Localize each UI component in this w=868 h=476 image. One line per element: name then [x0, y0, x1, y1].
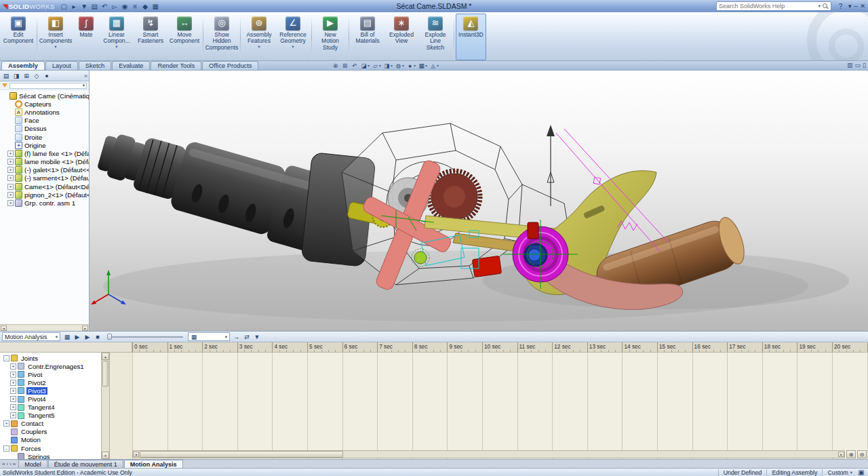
- tab-evaluate[interactable]: Evaluate: [112, 61, 150, 70]
- edit-appearance-icon-caret[interactable]: ▾: [414, 63, 416, 68]
- tree-item-dessus[interactable]: Dessus: [0, 125, 89, 133]
- expander-icon[interactable]: +: [7, 192, 14, 198]
- expander-icon[interactable]: +: [7, 184, 14, 190]
- playback-speed-combo[interactable]: ▦ ▾: [188, 332, 230, 341]
- zoom-in-icon[interactable]: ⊕: [846, 450, 856, 458]
- filter-caret-icon[interactable]: ▾: [83, 83, 85, 88]
- scroll-left-icon[interactable]: ◂: [133, 452, 139, 457]
- print-icon[interactable]: ▤: [90, 1, 100, 11]
- tree-item-pignon-2-1-d-faut-d[interactable]: +pignon_2<1> (Défaut<<D: [0, 191, 89, 199]
- save-animation-icon[interactable]: ▼: [252, 332, 262, 341]
- loop-mode-icon[interactable]: ⇄: [242, 332, 252, 341]
- study-tab-tude-de-mouvement-1[interactable]: Étude de mouvement 1: [48, 460, 123, 468]
- propertymanager-tab-icon[interactable]: ◨: [12, 71, 21, 80]
- open-icon[interactable]: ▸: [69, 1, 79, 11]
- timeline-ruler[interactable]: 0 sec1 sec2 sec3 sec4 sec5 sec6 sec7 sec…: [132, 342, 868, 353]
- tab-nav-icon-1[interactable]: ‹: [6, 461, 8, 467]
- motion-item-pivot[interactable]: +Pivot: [0, 370, 101, 378]
- tree-item-grp-contr-asm-1[interactable]: +Grp. contr. asm 1: [0, 199, 89, 207]
- expander-icon[interactable]: +: [7, 159, 14, 165]
- search-box[interactable]: ▾: [716, 1, 831, 11]
- play-from-start-icon[interactable]: ▶: [73, 332, 82, 341]
- vscroll-thumb[interactable]: [102, 361, 108, 386]
- expander-icon[interactable]: +: [10, 388, 16, 394]
- zoom-fit-icon[interactable]: ⊕: [331, 62, 340, 70]
- tab-nav-icon-3[interactable]: »: [13, 461, 16, 467]
- task-icon[interactable]: ▦: [151, 1, 161, 11]
- graphics-viewport[interactable]: [90, 71, 868, 331]
- task-pane-toggle-icon[interactable]: ▥: [847, 62, 853, 68]
- featuremanager-tab-icon[interactable]: ▤: [1, 71, 11, 80]
- tab-render-tools[interactable]: Render Tools: [151, 61, 201, 70]
- save-icon[interactable]: ▼: [79, 1, 90, 11]
- tab-nav-icon-2[interactable]: ›: [9, 461, 12, 467]
- study-tab-model[interactable]: Model: [18, 460, 47, 468]
- tree-item-capteurs[interactable]: Capteurs: [0, 100, 89, 108]
- new-document-icon[interactable]: ▢: [59, 1, 69, 11]
- study-tab-motion-analysis[interactable]: Motion Analysis: [124, 460, 183, 468]
- previous-view-icon[interactable]: ↶: [350, 62, 359, 70]
- ribbon-button-exploded-view[interactable]: ∗Exploded View: [384, 14, 418, 60]
- zoom-area-icon[interactable]: ⊞: [340, 62, 349, 70]
- timeline-hscrollbar[interactable]: ◂ ▸: [132, 450, 845, 458]
- tree-item-face[interactable]: Face: [0, 117, 89, 125]
- filter-funnel-icon[interactable]: [2, 83, 7, 87]
- tab-nav-icon-0[interactable]: «: [2, 461, 5, 467]
- ribbon-button-new-motion-study[interactable]: ▶New Motion Study: [313, 14, 347, 60]
- scroll-up-icon[interactable]: ▴: [102, 353, 109, 360]
- expander-icon[interactable]: +: [10, 380, 16, 386]
- tree-item-came-1-d-faut-d-fau[interactable]: +Came<1> (Défaut<Défau: [0, 182, 89, 191]
- rebuild-icon[interactable]: ◉: [120, 1, 130, 11]
- scroll-left-icon[interactable]: ◂: [1, 325, 7, 331]
- apply-scene-icon-caret[interactable]: ▾: [425, 63, 427, 68]
- scroll-down-icon[interactable]: ▾: [102, 452, 109, 459]
- options-icon[interactable]: ≡: [130, 1, 140, 11]
- ribbon-button-insert-components[interactable]: ◧Insert Components▾: [39, 14, 73, 60]
- appearance-icon[interactable]: ◆: [140, 1, 151, 11]
- motion-item-springs[interactable]: Springs: [0, 452, 101, 459]
- scroll-right-icon[interactable]: ▸: [82, 325, 88, 331]
- animation-export-icon[interactable]: →: [232, 332, 241, 341]
- maximize-viewport-icon[interactable]: ▯: [863, 62, 866, 68]
- motion-item-pivot2[interactable]: +Pivot2: [0, 378, 101, 386]
- units-combo[interactable]: Custom ▾: [822, 469, 857, 476]
- study-type-combo[interactable]: Motion Analysis ▾: [2, 332, 60, 341]
- expander-icon[interactable]: -: [3, 445, 9, 452]
- tab-assembly[interactable]: Assembly: [1, 61, 45, 70]
- search-caret-icon[interactable]: ▾: [818, 3, 821, 9]
- ribbon-button-instant3d[interactable]: ◭Instant3D: [456, 14, 486, 60]
- ribbon-button-edit-component[interactable]: ▣Edit Component: [1, 14, 35, 60]
- section-view-icon-caret[interactable]: ▾: [368, 63, 370, 68]
- hscroll-thumb[interactable]: [140, 451, 343, 458]
- tab-sketch[interactable]: Sketch: [79, 61, 111, 70]
- close-icon[interactable]: ✕: [860, 3, 865, 9]
- tree-item-sarment-1-d-faut[interactable]: +(-) sarment<1> (Défaut<: [0, 174, 89, 182]
- ribbon-button-show-hidden-components[interactable]: ◎Show Hidden Components: [205, 14, 239, 60]
- undo-icon[interactable]: ↶: [100, 1, 110, 11]
- tree-item-lame-mobile-1-d-faut[interactable]: +lame mobile <1> (Défaut-: [0, 158, 89, 166]
- minimize-icon[interactable]: –: [854, 3, 857, 9]
- expander-icon[interactable]: +: [7, 175, 14, 181]
- play-icon[interactable]: ▶: [83, 332, 92, 341]
- tree-item-annotations[interactable]: AAnnotations: [0, 108, 89, 116]
- motion-item-motion[interactable]: Motion: [0, 436, 101, 444]
- ribbon-button-assembly-features[interactable]: ⊚Assembly Features▾: [242, 14, 276, 60]
- stop-icon[interactable]: ■: [93, 332, 102, 341]
- ribbon-button-bill-of-materials[interactable]: ▤Bill of Materials: [351, 14, 384, 60]
- statusbar-icon[interactable]: ▣: [857, 468, 865, 476]
- motion-item-tangent4[interactable]: +Tangent4: [0, 403, 101, 412]
- search-input[interactable]: [719, 3, 816, 9]
- hide-show-items-icon-caret[interactable]: ▾: [402, 63, 404, 68]
- motion-item-forces[interactable]: -Forces: [0, 444, 101, 452]
- ribbon-button-reference-geometry[interactable]: ∠Reference Geometry▾: [276, 14, 310, 60]
- displaymanager-tab-icon[interactable]: ●: [42, 71, 52, 80]
- scroll-right-icon[interactable]: ▸: [838, 452, 844, 457]
- motion-item-couplers[interactable]: Couplers: [0, 428, 101, 436]
- expander-icon[interactable]: +: [10, 412, 16, 418]
- tree-item-galet-1-d-faut-de[interactable]: +(-) galet<1> (Défaut<<De: [0, 166, 89, 174]
- display-style-icon-caret[interactable]: ▾: [391, 63, 393, 68]
- motion-item-pivot3[interactable]: +Pivot3: [0, 386, 101, 395]
- expander-icon[interactable]: +: [10, 396, 16, 402]
- tab-office-products[interactable]: Office Products: [202, 61, 258, 70]
- motion-item-contact[interactable]: +Contact: [0, 420, 101, 428]
